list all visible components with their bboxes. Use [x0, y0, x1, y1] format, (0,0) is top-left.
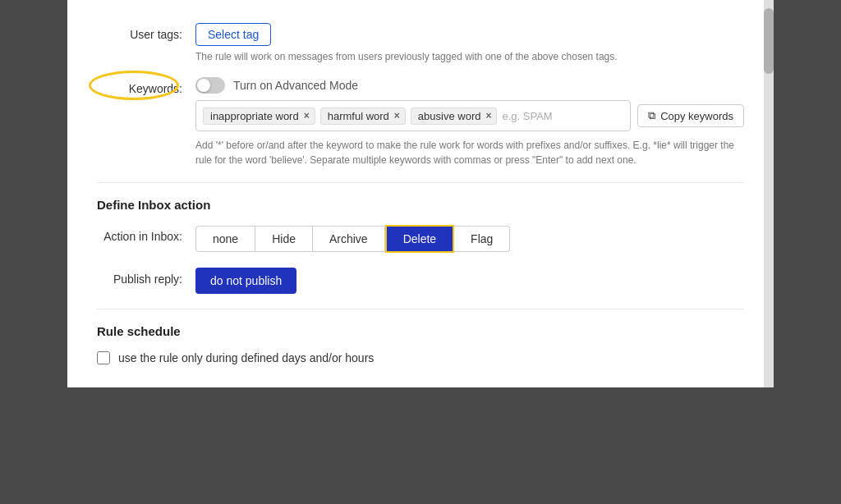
- modal-overlay: User tags: Select tag The rule will work…: [0, 0, 841, 504]
- user-tags-label: User tags:: [97, 23, 195, 41]
- toggle-knob: [197, 79, 210, 92]
- inbox-action-section-title: Define Inbox action: [97, 198, 744, 212]
- action-flag-button[interactable]: Flag: [454, 226, 510, 252]
- publish-reply-row: Publish reply: do not publish: [97, 268, 744, 294]
- scrollbar[interactable]: [764, 0, 774, 387]
- action-archive-button[interactable]: Archive: [313, 226, 385, 252]
- keyword-tag-2: abusive word ×: [411, 108, 498, 125]
- action-delete-button[interactable]: Delete: [385, 225, 454, 253]
- remove-keyword-2[interactable]: ×: [485, 110, 491, 121]
- publish-reply-button[interactable]: do not publish: [195, 268, 296, 294]
- keywords-label: Keywords:: [97, 77, 195, 95]
- divider-2: [97, 309, 744, 309]
- publish-reply-label: Publish reply:: [97, 268, 195, 286]
- keyword-tag-1: harmful word ×: [320, 108, 406, 125]
- remove-keyword-0[interactable]: ×: [304, 110, 310, 121]
- divider-1: [97, 182, 744, 183]
- rule-schedule-title: Rule schedule: [97, 324, 744, 338]
- select-tag-button[interactable]: Select tag: [195, 23, 271, 46]
- user-tags-content: Select tag The rule will work on message…: [195, 23, 744, 62]
- copy-icon: ⧉: [648, 109, 655, 122]
- keywords-input-area[interactable]: inappropriate word × harmful word × abus…: [195, 100, 631, 131]
- action-none-button[interactable]: none: [195, 226, 255, 252]
- scrollbar-thumb: [764, 8, 774, 74]
- advanced-mode-label: Turn on Advanced Mode: [233, 79, 358, 92]
- advanced-mode-row: Turn on Advanced Mode: [195, 77, 744, 94]
- inbox-action-row: Action in Inbox: none Hide Archive Delet…: [97, 225, 744, 253]
- rule-schedule-checkbox-row: use the rule only during defined days an…: [97, 351, 744, 364]
- publish-reply-content: do not publish: [195, 268, 744, 294]
- action-hide-button[interactable]: Hide: [255, 226, 313, 252]
- keywords-placeholder: e.g. SPAM: [502, 110, 552, 122]
- modal-content: User tags: Select tag The rule will work…: [67, 0, 774, 387]
- user-tags-hint: The rule will work on messages from user…: [195, 51, 744, 62]
- action-buttons-group: none Hide Archive Delete Flag: [195, 225, 744, 253]
- keywords-row: Keywords: Turn on Advanced Mode inapprop…: [97, 77, 744, 167]
- inbox-action-label: Action in Inbox:: [97, 225, 195, 243]
- rule-schedule-checkbox-label: use the rule only during defined days an…: [118, 351, 374, 364]
- rule-schedule-section: Rule schedule use the rule only during d…: [97, 324, 744, 364]
- inbox-action-content: none Hide Archive Delete Flag: [195, 225, 744, 253]
- remove-keyword-1[interactable]: ×: [394, 110, 400, 121]
- advanced-mode-toggle[interactable]: [195, 77, 225, 94]
- rule-schedule-checkbox[interactable]: [97, 351, 110, 364]
- keyword-tag-0: inappropriate word ×: [203, 108, 315, 125]
- keywords-content: Turn on Advanced Mode inappropriate word…: [195, 77, 744, 167]
- user-tags-row: User tags: Select tag The rule will work…: [97, 23, 744, 62]
- keywords-hint: Add '*' before or/and after the keyword …: [195, 138, 744, 167]
- copy-keywords-button[interactable]: ⧉ Copy keywords: [637, 104, 744, 127]
